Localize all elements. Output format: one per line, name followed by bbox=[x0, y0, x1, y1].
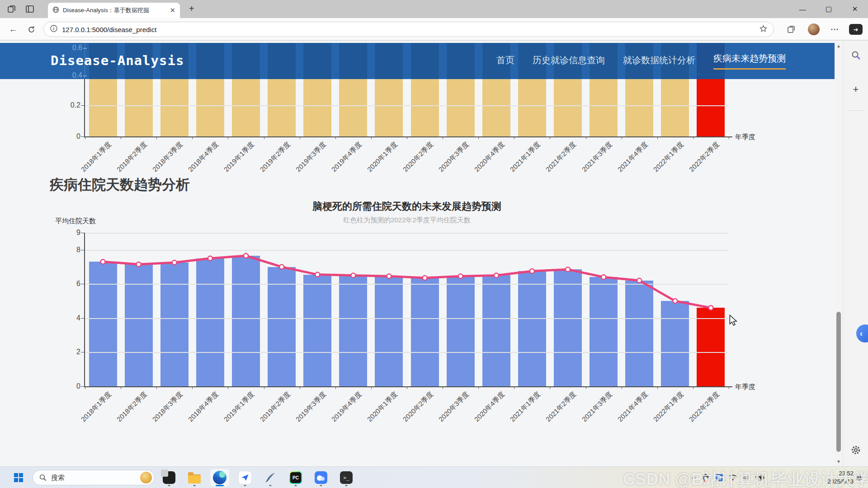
x-tick-mark bbox=[443, 136, 443, 139]
sidebar-add-icon[interactable]: + bbox=[849, 83, 862, 96]
avatar-photo bbox=[808, 23, 820, 35]
running-app-indicator bbox=[345, 485, 348, 486]
x-tick-mark bbox=[407, 136, 407, 139]
tray-wifi-icon[interactable] bbox=[729, 474, 737, 481]
window-minimize-button[interactable]: — bbox=[789, 0, 816, 18]
y-tick-label: 8 bbox=[59, 246, 80, 254]
favorite-star-icon[interactable] bbox=[760, 25, 767, 34]
x-axis-line bbox=[84, 136, 732, 137]
site-navbar: 0.60.4 Disease-Analysis 首页历史就诊信息查询就诊数据统计… bbox=[0, 43, 835, 79]
ghost-ytick-label: 0.6 bbox=[61, 44, 82, 52]
running-app-indicator bbox=[295, 485, 297, 486]
ghost-ytick-mark bbox=[83, 75, 87, 76]
start-button[interactable] bbox=[12, 471, 25, 484]
showthrough-bar bbox=[232, 43, 260, 79]
tab-close-icon[interactable]: ✕ bbox=[170, 6, 175, 14]
search-placeholder: 搜索 bbox=[51, 474, 140, 482]
refresh-button[interactable] bbox=[25, 23, 37, 35]
new-tab-button[interactable]: + bbox=[189, 4, 194, 14]
taskbar-app-dark-app-icon[interactable] bbox=[159, 469, 179, 487]
sidebar-toggle-icon[interactable]: ➔ bbox=[849, 24, 863, 35]
x-tick-mark bbox=[228, 136, 228, 139]
window-maximize-button[interactable]: ▢ bbox=[816, 0, 842, 18]
scroll-down-icon[interactable]: ▼ bbox=[836, 459, 841, 465]
collections-icon[interactable] bbox=[785, 23, 797, 36]
address-bar[interactable]: 127.0.0.1:5000/disease_predict bbox=[43, 22, 774, 37]
tray-volume-icon[interactable] bbox=[742, 474, 750, 481]
taskbar-app-pycharm-icon[interactable]: PC bbox=[286, 469, 306, 487]
search-highlight-icon[interactable] bbox=[140, 472, 152, 483]
page-scrollbar[interactable]: ▲ ▼ bbox=[835, 42, 843, 466]
x-tick-mark bbox=[335, 136, 336, 139]
x-tick-mark bbox=[121, 136, 121, 139]
site-brand[interactable]: Disease-Analysis bbox=[51, 53, 184, 68]
taskbar: 搜索 PC>_ 拼 23:52 2025/5/13 z bbox=[0, 466, 868, 488]
nav-item-2[interactable]: 历史就诊信息查询 bbox=[533, 54, 605, 68]
y-axis-line bbox=[84, 79, 85, 137]
nav-item-1[interactable]: 首页 bbox=[496, 54, 514, 68]
x-tick-mark bbox=[729, 386, 729, 389]
x-tick-mark bbox=[371, 136, 372, 139]
back-button[interactable]: ← bbox=[7, 23, 19, 35]
running-app-indicator bbox=[269, 485, 272, 486]
tab-title: Disease-Analysis：基于数据挖掘 bbox=[63, 6, 167, 14]
showthrough-bar bbox=[339, 43, 367, 79]
y-tick-label: 2 bbox=[59, 348, 80, 356]
site-nav: 首页历史就诊信息查询就诊数据统计分析疾病未来趋势预测 bbox=[496, 43, 786, 79]
y-tick-label: 0.2 bbox=[59, 101, 80, 109]
gridline bbox=[85, 105, 729, 106]
screen: Disease-Analysis：基于数据挖掘 ✕ + — ▢ ✕ ← 127.… bbox=[0, 0, 868, 488]
nav-item-4[interactable]: 疾病未来趋势预测 bbox=[713, 52, 786, 70]
active-app-indicator bbox=[216, 485, 224, 486]
x-tick-mark bbox=[85, 136, 85, 139]
page-viewport: 00.22018年1季度2018年2季度2018年3季度2018年4季度2019… bbox=[0, 42, 835, 466]
x-tick-mark bbox=[478, 136, 479, 139]
y-tick-label: 0 bbox=[59, 132, 80, 141]
y-axis-name: 平均住院天数 bbox=[55, 217, 96, 225]
site-info-icon[interactable] bbox=[50, 25, 57, 34]
browser-titlebar: Disease-Analysis：基于数据挖掘 ✕ + — ▢ ✕ bbox=[0, 0, 868, 18]
notification-bell-icon[interactable]: z bbox=[855, 474, 863, 483]
section-title: 疾病住院天数趋势分析 bbox=[50, 175, 190, 194]
x-tick-mark bbox=[550, 136, 550, 139]
showthrough-bar bbox=[411, 43, 439, 79]
tray-battery-icon[interactable] bbox=[755, 475, 764, 480]
vertical-tabs-icon[interactable] bbox=[25, 5, 35, 14]
profile-avatar[interactable] bbox=[807, 23, 820, 36]
svg-text:z: z bbox=[859, 476, 860, 479]
running-app-indicator bbox=[320, 485, 322, 486]
x-tick-mark bbox=[586, 136, 586, 139]
x-tick-mark bbox=[729, 136, 729, 139]
taskbar-app-pen-app-icon[interactable] bbox=[260, 469, 280, 487]
scrollbar-thumb[interactable] bbox=[836, 312, 841, 452]
y-tick-label: 0 bbox=[59, 382, 80, 390]
chart-title: 脑梗死的所需住院天数的未来发展趋势预测 bbox=[136, 200, 678, 213]
browser-toolbar: ← 127.0.0.1:5000/disease_predict ➔ bbox=[0, 18, 868, 41]
tray-qq-icon[interactable] bbox=[703, 474, 710, 482]
taskbar-app-terminal-icon[interactable]: >_ bbox=[336, 469, 356, 487]
taskbar-app-edge-icon[interactable] bbox=[210, 469, 230, 487]
sidebar-settings-gear-icon[interactable] bbox=[849, 444, 862, 456]
nav-item-3[interactable]: 就诊数据统计分析 bbox=[623, 54, 695, 68]
taskbar-search[interactable]: 搜索 bbox=[33, 470, 155, 485]
taskbar-clock[interactable]: 23:52 2025/5/13 bbox=[819, 469, 854, 486]
x-tick-mark bbox=[156, 136, 157, 139]
tray-input-method-icon[interactable]: 拼 bbox=[715, 474, 723, 482]
trend-line-series bbox=[85, 233, 729, 392]
scroll-up-icon[interactable]: ▲ bbox=[836, 43, 841, 49]
window-close-button[interactable]: ✕ bbox=[842, 0, 868, 18]
browser-tab[interactable]: Disease-Analysis：基于数据挖掘 ✕ bbox=[48, 3, 180, 18]
x-tick-mark bbox=[264, 136, 264, 139]
workspaces-icon[interactable] bbox=[7, 5, 17, 14]
x-tick-mark bbox=[693, 136, 693, 139]
running-app-indicator bbox=[193, 485, 196, 486]
sidebar-search-icon[interactable] bbox=[849, 49, 862, 61]
x-tick-mark bbox=[657, 136, 658, 139]
taskbar-app-netdisk-icon[interactable] bbox=[311, 469, 331, 487]
taskbar-app-file-explorer-icon[interactable] bbox=[184, 469, 204, 487]
mouse-cursor bbox=[729, 314, 739, 326]
tray-hidden-icons-chevron-icon[interactable] bbox=[691, 474, 697, 481]
browser-menu-icon[interactable] bbox=[828, 23, 841, 36]
running-app-indicator bbox=[244, 485, 246, 486]
taskbar-app-blue-plane-app-icon[interactable] bbox=[235, 469, 255, 487]
